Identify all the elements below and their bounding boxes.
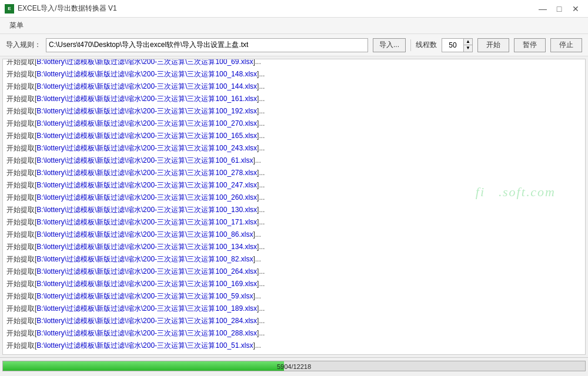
log-line: 开始提取[B:\lottery\过滤模板\新版过滤\缩水\200-三次运算\三次… <box>6 93 582 105</box>
log-line: 开始提取[B:\lottery\过滤模板\新版过滤\缩水\200-三次运算\三次… <box>6 266 582 278</box>
rule-input[interactable] <box>46 38 368 52</box>
stop-button[interactable]: 停止 <box>550 38 582 52</box>
log-line: 开始提取[B:\lottery\过滤模板\新版过滤\缩水\200-三次运算\三次… <box>6 167 582 179</box>
log-area: 开始提取[B:\lottery\过滤模板\新版过滤\缩水\200-三次运算\三次… <box>3 59 585 354</box>
log-line: 开始提取[B:\lottery\过滤模板\新版过滤\缩水\200-三次运算\三次… <box>6 241 582 253</box>
log-line: 开始提取[B:\lottery\过滤模板\新版过滤\缩水\200-三次运算\三次… <box>6 192 582 204</box>
close-button[interactable]: ✕ <box>568 3 583 15</box>
maximize-button[interactable]: □ <box>552 3 567 15</box>
thread-input-wrap: ▲ ▼ <box>442 38 473 52</box>
window-controls: — □ ✕ <box>535 3 583 15</box>
import-button[interactable]: 导入... <box>373 38 406 52</box>
minimize-button[interactable]: — <box>535 3 550 15</box>
log-line: 开始提取[B:\lottery\过滤模板\新版过滤\缩水\200-三次运算\三次… <box>6 142 582 155</box>
log-line: 开始提取[B:\lottery\过滤模板\新版过滤\缩水\200-三次运算\三次… <box>6 303 582 315</box>
title-bar-left: E EXCEL导入/导出数据转换器 V1 <box>5 4 117 14</box>
log-line: 开始提取[B:\lottery\过滤模板\新版过滤\缩水\200-三次运算\三次… <box>6 179 582 192</box>
separator <box>410 39 411 51</box>
app-title: EXCEL导入/导出数据转换器 V1 <box>18 4 117 14</box>
thread-input[interactable] <box>442 39 463 52</box>
log-line: 开始提取[B:\lottery\过滤模板\新版过滤\缩水\200-三次运算\三次… <box>6 204 582 216</box>
app-icon: E <box>5 4 14 14</box>
log-line: 开始提取[B:\lottery\过滤模板\新版过滤\缩水\200-三次运算\三次… <box>6 253 582 266</box>
thread-spin-down[interactable]: ▼ <box>464 45 472 52</box>
thread-spinners: ▲ ▼ <box>463 39 472 52</box>
log-line: 开始提取[B:\lottery\过滤模板\新版过滤\缩水\200-三次运算\三次… <box>6 327 582 340</box>
thread-spin-up[interactable]: ▲ <box>464 39 472 46</box>
menu-item-main[interactable]: 菜单 <box>5 18 28 33</box>
menu-bar: 菜单 <box>0 18 588 34</box>
log-line: 开始提取[B:\lottery\过滤模板\新版过滤\缩水\200-三次运算\三次… <box>6 105 582 118</box>
log-line: 开始提取[B:\lottery\过滤模板\新版过滤\缩水\200-三次运算\三次… <box>6 340 582 352</box>
toolbar: 导入规则： 导入... 线程数 ▲ ▼ 开始 暂停 停止 <box>0 34 588 56</box>
title-bar: E EXCEL导入/导出数据转换器 V1 — □ ✕ <box>0 0 588 18</box>
log-line: 开始提取[B:\lottery\过滤模板\新版过滤\缩水\200-三次运算\三次… <box>6 216 582 229</box>
log-line: 开始提取[B:\lottery\过滤模板\新版过滤\缩水\200-三次运算\三次… <box>6 315 582 327</box>
log-line: 开始提取[B:\lottery\过滤模板\新版过滤\缩水\200-三次运算\三次… <box>6 59 582 68</box>
log-line: 开始提取[B:\lottery\过滤模板\新版过滤\缩水\200-三次运算\三次… <box>6 68 582 80</box>
log-line: 开始提取[B:\lottery\过滤模板\新版过滤\缩水\200-三次运算\三次… <box>6 290 582 303</box>
rule-label: 导入规则： <box>6 40 41 50</box>
progress-bar-wrap: 5904/12218 <box>2 361 586 371</box>
log-line: 开始提取[B:\lottery\过滤模板\新版过滤\缩水\200-三次运算\三次… <box>6 155 582 167</box>
log-line: 开始提取[B:\lottery\过滤模板\新版过滤\缩水\200-三次运算\三次… <box>6 118 582 130</box>
thread-label: 线程数 <box>416 40 437 50</box>
start-button[interactable]: 开始 <box>477 38 509 52</box>
log-line: 开始提取[B:\lottery\过滤模板\新版过滤\缩水\200-三次运算\三次… <box>6 278 582 290</box>
log-line: 开始提取[B:\lottery\过滤模板\新版过滤\缩水\200-三次运算\三次… <box>6 80 582 93</box>
pause-button[interactable]: 暂停 <box>514 38 546 52</box>
log-line: 开始提取[B:\lottery\过滤模板\新版过滤\缩水\200-三次运算\三次… <box>6 130 582 142</box>
log-line: 开始提取[B:\lottery\过滤模板\新版过滤\缩水\200-三次运算\三次… <box>6 229 582 241</box>
bottom-bar: 5904/12218 <box>0 357 588 374</box>
progress-text: 5904/12218 <box>3 361 585 371</box>
